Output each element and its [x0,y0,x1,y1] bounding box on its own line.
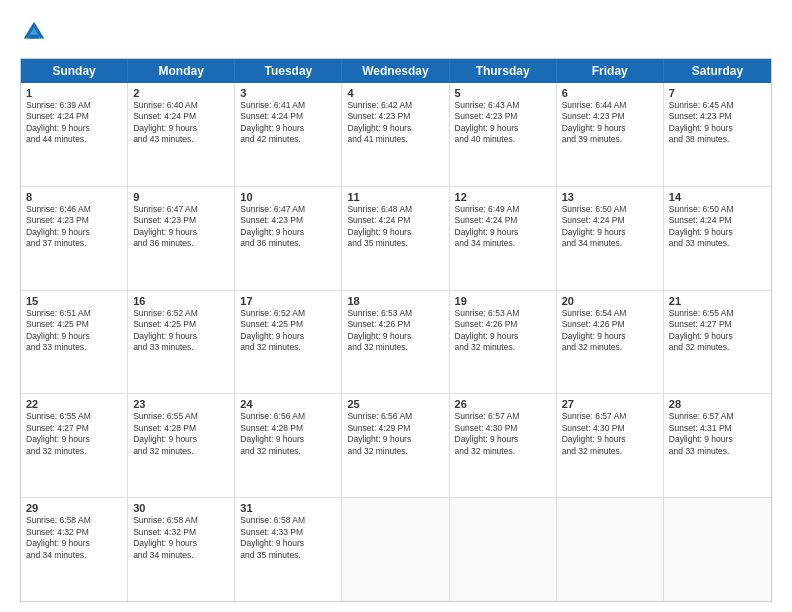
calendar-cell: 7Sunrise: 6:45 AM Sunset: 4:23 PM Daylig… [664,83,771,186]
calendar-header-cell: Saturday [664,59,771,83]
day-info: Sunrise: 6:53 AM Sunset: 4:26 PM Dayligh… [455,308,551,354]
day-info: Sunrise: 6:41 AM Sunset: 4:24 PM Dayligh… [240,100,336,146]
day-info: Sunrise: 6:47 AM Sunset: 4:23 PM Dayligh… [133,204,229,250]
calendar-header-cell: Monday [128,59,235,83]
day-number: 20 [562,295,658,307]
calendar-cell: 26Sunrise: 6:57 AM Sunset: 4:30 PM Dayli… [450,394,557,497]
calendar-header: SundayMondayTuesdayWednesdayThursdayFrid… [21,59,771,83]
calendar-cell: 12Sunrise: 6:49 AM Sunset: 4:24 PM Dayli… [450,187,557,290]
calendar-cell [342,498,449,601]
day-info: Sunrise: 6:45 AM Sunset: 4:23 PM Dayligh… [669,100,766,146]
day-info: Sunrise: 6:40 AM Sunset: 4:24 PM Dayligh… [133,100,229,146]
calendar-cell: 19Sunrise: 6:53 AM Sunset: 4:26 PM Dayli… [450,291,557,394]
day-number: 8 [26,191,122,203]
day-info: Sunrise: 6:43 AM Sunset: 4:23 PM Dayligh… [455,100,551,146]
calendar-cell [664,498,771,601]
calendar-cell: 4Sunrise: 6:42 AM Sunset: 4:23 PM Daylig… [342,83,449,186]
calendar-cell: 15Sunrise: 6:51 AM Sunset: 4:25 PM Dayli… [21,291,128,394]
calendar-cell: 17Sunrise: 6:52 AM Sunset: 4:25 PM Dayli… [235,291,342,394]
calendar-cell: 27Sunrise: 6:57 AM Sunset: 4:30 PM Dayli… [557,394,664,497]
day-info: Sunrise: 6:58 AM Sunset: 4:32 PM Dayligh… [26,515,122,561]
calendar-cell [557,498,664,601]
calendar-row: 15Sunrise: 6:51 AM Sunset: 4:25 PM Dayli… [21,291,771,395]
svg-rect-2 [29,35,38,39]
day-number: 29 [26,502,122,514]
day-info: Sunrise: 6:53 AM Sunset: 4:26 PM Dayligh… [347,308,443,354]
day-number: 28 [669,398,766,410]
day-number: 23 [133,398,229,410]
day-info: Sunrise: 6:50 AM Sunset: 4:24 PM Dayligh… [562,204,658,250]
day-info: Sunrise: 6:54 AM Sunset: 4:26 PM Dayligh… [562,308,658,354]
day-number: 4 [347,87,443,99]
day-number: 7 [669,87,766,99]
calendar-cell: 2Sunrise: 6:40 AM Sunset: 4:24 PM Daylig… [128,83,235,186]
day-info: Sunrise: 6:58 AM Sunset: 4:32 PM Dayligh… [133,515,229,561]
day-number: 5 [455,87,551,99]
day-info: Sunrise: 6:51 AM Sunset: 4:25 PM Dayligh… [26,308,122,354]
calendar-row: 29Sunrise: 6:58 AM Sunset: 4:32 PM Dayli… [21,498,771,601]
day-info: Sunrise: 6:58 AM Sunset: 4:33 PM Dayligh… [240,515,336,561]
calendar-cell: 29Sunrise: 6:58 AM Sunset: 4:32 PM Dayli… [21,498,128,601]
calendar-cell: 24Sunrise: 6:56 AM Sunset: 4:28 PM Dayli… [235,394,342,497]
calendar-cell: 8Sunrise: 6:46 AM Sunset: 4:23 PM Daylig… [21,187,128,290]
calendar-header-cell: Sunday [21,59,128,83]
day-info: Sunrise: 6:55 AM Sunset: 4:27 PM Dayligh… [26,411,122,457]
calendar-row: 8Sunrise: 6:46 AM Sunset: 4:23 PM Daylig… [21,187,771,291]
day-info: Sunrise: 6:56 AM Sunset: 4:29 PM Dayligh… [347,411,443,457]
calendar-cell: 18Sunrise: 6:53 AM Sunset: 4:26 PM Dayli… [342,291,449,394]
day-info: Sunrise: 6:52 AM Sunset: 4:25 PM Dayligh… [133,308,229,354]
day-number: 13 [562,191,658,203]
calendar-row: 1Sunrise: 6:39 AM Sunset: 4:24 PM Daylig… [21,83,771,187]
calendar-header-cell: Wednesday [342,59,449,83]
calendar-cell: 31Sunrise: 6:58 AM Sunset: 4:33 PM Dayli… [235,498,342,601]
calendar-row: 22Sunrise: 6:55 AM Sunset: 4:27 PM Dayli… [21,394,771,498]
day-info: Sunrise: 6:50 AM Sunset: 4:24 PM Dayligh… [669,204,766,250]
day-number: 17 [240,295,336,307]
day-number: 21 [669,295,766,307]
calendar: SundayMondayTuesdayWednesdayThursdayFrid… [20,58,772,602]
day-number: 16 [133,295,229,307]
calendar-cell: 1Sunrise: 6:39 AM Sunset: 4:24 PM Daylig… [21,83,128,186]
calendar-header-cell: Tuesday [235,59,342,83]
day-number: 25 [347,398,443,410]
day-info: Sunrise: 6:55 AM Sunset: 4:27 PM Dayligh… [669,308,766,354]
day-number: 27 [562,398,658,410]
calendar-cell: 3Sunrise: 6:41 AM Sunset: 4:24 PM Daylig… [235,83,342,186]
day-info: Sunrise: 6:48 AM Sunset: 4:24 PM Dayligh… [347,204,443,250]
day-number: 10 [240,191,336,203]
day-number: 3 [240,87,336,99]
day-number: 12 [455,191,551,203]
day-number: 30 [133,502,229,514]
calendar-body: 1Sunrise: 6:39 AM Sunset: 4:24 PM Daylig… [21,83,771,601]
logo [20,18,52,46]
day-info: Sunrise: 6:55 AM Sunset: 4:28 PM Dayligh… [133,411,229,457]
day-number: 31 [240,502,336,514]
calendar-cell: 13Sunrise: 6:50 AM Sunset: 4:24 PM Dayli… [557,187,664,290]
day-number: 15 [26,295,122,307]
calendar-header-cell: Friday [557,59,664,83]
day-info: Sunrise: 6:44 AM Sunset: 4:23 PM Dayligh… [562,100,658,146]
calendar-cell: 9Sunrise: 6:47 AM Sunset: 4:23 PM Daylig… [128,187,235,290]
calendar-cell: 22Sunrise: 6:55 AM Sunset: 4:27 PM Dayli… [21,394,128,497]
day-info: Sunrise: 6:57 AM Sunset: 4:31 PM Dayligh… [669,411,766,457]
day-info: Sunrise: 6:39 AM Sunset: 4:24 PM Dayligh… [26,100,122,146]
day-number: 6 [562,87,658,99]
calendar-cell: 23Sunrise: 6:55 AM Sunset: 4:28 PM Dayli… [128,394,235,497]
calendar-cell: 16Sunrise: 6:52 AM Sunset: 4:25 PM Dayli… [128,291,235,394]
calendar-cell: 5Sunrise: 6:43 AM Sunset: 4:23 PM Daylig… [450,83,557,186]
day-number: 24 [240,398,336,410]
calendar-cell: 25Sunrise: 6:56 AM Sunset: 4:29 PM Dayli… [342,394,449,497]
calendar-cell: 6Sunrise: 6:44 AM Sunset: 4:23 PM Daylig… [557,83,664,186]
day-info: Sunrise: 6:56 AM Sunset: 4:28 PM Dayligh… [240,411,336,457]
logo-icon [20,18,48,46]
day-info: Sunrise: 6:57 AM Sunset: 4:30 PM Dayligh… [455,411,551,457]
calendar-cell: 11Sunrise: 6:48 AM Sunset: 4:24 PM Dayli… [342,187,449,290]
header [20,18,772,46]
calendar-cell [450,498,557,601]
page: SundayMondayTuesdayWednesdayThursdayFrid… [0,0,792,612]
day-number: 18 [347,295,443,307]
day-info: Sunrise: 6:47 AM Sunset: 4:23 PM Dayligh… [240,204,336,250]
day-number: 26 [455,398,551,410]
day-number: 11 [347,191,443,203]
day-info: Sunrise: 6:42 AM Sunset: 4:23 PM Dayligh… [347,100,443,146]
